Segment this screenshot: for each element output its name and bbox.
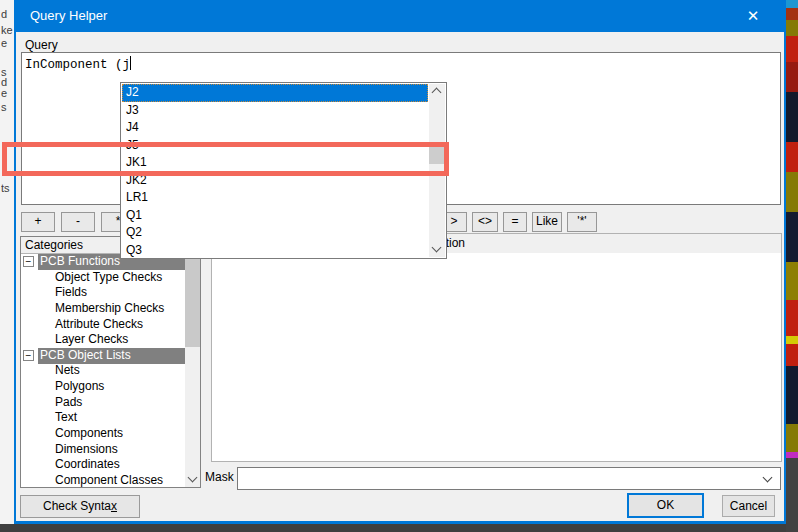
left-edge-text-fragment: s xyxy=(1,101,14,113)
scrollbar-thumb[interactable] xyxy=(185,259,200,347)
left-edge-text-fragment: e xyxy=(1,37,14,49)
tree-item-row[interactable]: Fields xyxy=(21,285,185,301)
pcb-color-block xyxy=(786,344,798,366)
tree-item-row[interactable]: Layer Checks xyxy=(21,332,185,348)
autocomplete-item[interactable]: Q2 xyxy=(122,224,428,242)
tree-item-row[interactable]: Components xyxy=(21,426,185,442)
tree-item-row[interactable]: Dimensions xyxy=(21,442,185,458)
left-edge-text-fragment: ts xyxy=(1,182,14,194)
pcb-color-block xyxy=(786,62,798,92)
pcb-color-block xyxy=(786,172,798,212)
pcb-color-block xyxy=(786,424,798,452)
pcb-background-strip xyxy=(786,0,798,532)
chevron-down-icon xyxy=(763,473,773,483)
chevron-down-icon xyxy=(432,243,442,253)
categories-panel: Categories −PCB FunctionsObject Type Che… xyxy=(20,236,201,488)
bottom-background-strip xyxy=(0,524,786,532)
chevron-down-icon xyxy=(188,473,198,483)
left-edge-text-fragment: e xyxy=(1,87,14,99)
dialog-border-bottom xyxy=(14,521,786,524)
check-syntax-button[interactable]: Check Syntax xyxy=(20,495,140,518)
close-icon: ✕ xyxy=(747,7,760,25)
query-text: InComponent (j xyxy=(25,56,131,72)
tree-group-row[interactable]: −PCB Object Lists xyxy=(21,348,185,364)
tree-item-row[interactable]: Attribute Checks xyxy=(21,317,185,333)
scrollbar-up-button[interactable] xyxy=(429,84,445,99)
left-edge-text-fragment: d xyxy=(1,8,14,20)
operator-button[interactable]: <> xyxy=(472,212,498,232)
tree-item-row[interactable]: Membership Checks xyxy=(21,301,185,317)
dialog-border-right xyxy=(784,0,786,524)
operator-buttons-left: +-* xyxy=(21,212,135,232)
highlight-annotation-box xyxy=(2,142,449,176)
autocomplete-item[interactable]: Q1 xyxy=(122,207,428,225)
autocomplete-item[interactable]: J4 xyxy=(122,119,428,137)
pcb-color-block xyxy=(786,8,798,20)
window-title: Query Helper xyxy=(30,0,107,31)
close-button[interactable]: ✕ xyxy=(732,0,774,32)
autocomplete-item[interactable]: LR1 xyxy=(122,189,428,207)
pcb-color-block xyxy=(786,212,798,262)
tree-item-row[interactable]: Text xyxy=(21,410,185,426)
tree-item-row[interactable]: Pads xyxy=(21,395,185,411)
operator-button[interactable]: + xyxy=(21,212,55,232)
description-content xyxy=(211,253,782,462)
tree-group-label: PCB Object Lists xyxy=(38,348,185,364)
collapse-icon[interactable]: − xyxy=(23,256,34,267)
categories-scrollbar[interactable] xyxy=(185,254,200,487)
query-section-label: Query xyxy=(25,38,58,52)
dialog-border-left xyxy=(14,0,16,524)
operator-button[interactable]: = xyxy=(503,212,527,232)
pcb-color-block xyxy=(786,0,798,8)
left-edge-text-fragment: ke xyxy=(1,24,14,36)
ok-button[interactable]: OK xyxy=(627,493,704,518)
screen: dkeesdests Query Helper ✕ Query InCompon… xyxy=(0,0,798,532)
tree-item-row[interactable]: Component Classes xyxy=(21,473,185,487)
scrollbar-down-button[interactable] xyxy=(429,242,445,257)
operator-button[interactable]: - xyxy=(61,212,95,232)
mask-label: Mask xyxy=(205,470,234,484)
operator-button[interactable]: Like xyxy=(532,212,562,232)
pcb-color-block xyxy=(786,36,798,62)
operator-button[interactable]: '*' xyxy=(567,212,597,232)
categories-tree: −PCB FunctionsObject Type ChecksFieldsMe… xyxy=(21,254,185,487)
left-edge-panel: dkeesdests xyxy=(0,0,14,524)
text-caret xyxy=(130,56,131,70)
mask-combobox[interactable] xyxy=(237,467,781,490)
autocomplete-item[interactable]: J3 xyxy=(122,102,428,120)
cancel-button[interactable]: Cancel xyxy=(722,495,775,517)
title-bar[interactable]: Query Helper ✕ xyxy=(16,0,784,32)
tree-item-row[interactable]: Coordinates xyxy=(21,457,185,473)
tree-item-row[interactable]: Polygons xyxy=(21,379,185,395)
pcb-color-block xyxy=(786,300,798,336)
scrollbar-down-button[interactable] xyxy=(185,472,200,487)
pcb-color-block xyxy=(786,92,798,142)
tree-item-row[interactable]: Object Type Checks xyxy=(21,270,185,286)
collapse-icon[interactable]: − xyxy=(23,350,34,361)
pcb-color-block xyxy=(786,366,798,424)
tree-item-row[interactable]: Nets xyxy=(21,363,185,379)
pcb-color-block xyxy=(786,458,798,532)
pcb-color-block xyxy=(786,20,798,36)
operator-buttons-right: ><>=Like'*' xyxy=(441,212,597,232)
pcb-color-block xyxy=(786,336,798,344)
chevron-up-icon xyxy=(432,88,442,98)
autocomplete-item[interactable]: J2 xyxy=(122,84,428,102)
pcb-color-block xyxy=(786,262,798,300)
pcb-color-block xyxy=(786,142,798,172)
autocomplete-item[interactable]: Q3 xyxy=(122,242,428,258)
